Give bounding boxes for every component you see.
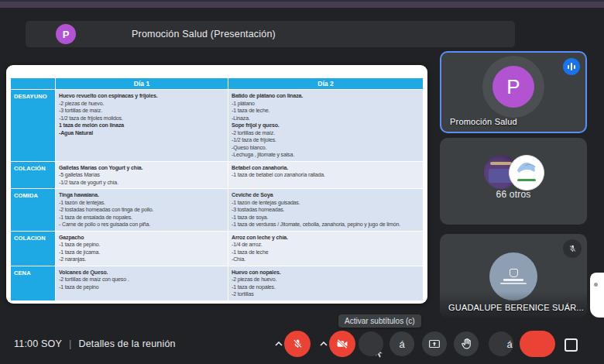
camera-off-button[interactable] xyxy=(329,331,355,357)
table-row: COLACIÓNGalletas Marías con Yogurt y chí… xyxy=(11,161,423,189)
table-header-row: Día 1 Día 2 xyxy=(11,78,423,89)
column-header-day1: Día 1 xyxy=(56,78,228,89)
meal-row-label: DESAYUNO xyxy=(11,90,56,161)
participant-tile-guadalupe[interactable]: GUADALUPE BERENICE SUÁR... xyxy=(440,234,587,318)
avatar-letter: P xyxy=(506,75,520,99)
meeting-info: 11:00 SOY | Detalles de la reunión xyxy=(14,338,176,349)
mic-mute-button[interactable] xyxy=(284,331,311,357)
table-row: DESAYUNOHuevo revuelto con espinacas y f… xyxy=(11,89,423,161)
participant-tile-promocion-salud[interactable]: P Promoción Salud xyxy=(440,51,587,133)
audio-activity-icon xyxy=(563,58,580,75)
meal-plan-table: Día 1 Día 2 DESAYUNOHuevo revuelto con e… xyxy=(11,78,423,300)
meal-row-label: COLACIÓN xyxy=(11,162,56,189)
meeting-details-link[interactable]: Detalles de la reunión xyxy=(78,338,175,349)
avatar: P xyxy=(482,56,544,118)
divider: | xyxy=(69,338,71,349)
column-header-day2: Día 2 xyxy=(228,78,423,89)
meet-window: P Promoción Salud (Presentación) Día 1 D… xyxy=(0,0,604,364)
meal-row-label: CENA xyxy=(11,266,56,300)
side-panel-edge[interactable] xyxy=(590,273,604,318)
meal-row-label: COMIDA xyxy=(11,189,56,231)
mic-options-chevron[interactable] xyxy=(274,340,283,348)
others-count-label: 66 otros xyxy=(440,189,587,200)
participant-tile-others[interactable]: 66 otros xyxy=(440,138,587,225)
camera-off-icon xyxy=(335,337,349,351)
avatar: P xyxy=(56,24,76,44)
page-title: Promoción Salud (Presentación) xyxy=(132,21,276,47)
more-options-button[interactable]: á xyxy=(489,331,513,356)
captions-icon: á xyxy=(399,338,404,350)
meal-cell-day1: Volcanes de Queso.-2 tortillas de maíz c… xyxy=(56,266,228,300)
present-screen-button[interactable] xyxy=(422,331,447,356)
table-row: COMIDATinga hawaiana.-1 tazón de lenteja… xyxy=(11,188,423,231)
meal-cell-day1: Huevo revuelto con espinacas y frijoles.… xyxy=(56,90,228,161)
raise-hand-icon xyxy=(460,337,473,351)
meal-cell-day1: Galletas Marías con Yogurt y chía.-5 gal… xyxy=(56,162,228,189)
presentation-slide: Día 1 Día 2 DESAYUNOHuevo revuelto con e… xyxy=(6,65,427,304)
table-row: CENAVolcanes de Queso.-2 tortillas de ma… xyxy=(11,266,423,300)
mic-muted-icon xyxy=(563,239,582,258)
raise-hand-button[interactable] xyxy=(454,331,479,356)
reactions-button[interactable] xyxy=(359,331,383,356)
meal-cell-day2: Batido de plátano con linaza.-1 plátano-… xyxy=(228,90,423,161)
layout-window-icon[interactable] xyxy=(565,338,578,352)
participant-name: Promoción Salud xyxy=(450,117,517,126)
mic-off-icon xyxy=(291,338,304,351)
browser-top-strip xyxy=(0,0,604,8)
camera-options-chevron[interactable] xyxy=(319,340,328,348)
table-row: COLACIONGazpacho-1 taza de pepino.-1 taz… xyxy=(11,231,423,266)
participant-name: GUADALUPE BERENICE SUÁR... xyxy=(448,303,584,312)
meal-cell-day2: Betabel con zanahoria.-1 taza de betabel… xyxy=(228,162,423,189)
meal-row-label: COLACION xyxy=(11,232,56,266)
more-options-icon: á xyxy=(506,338,512,350)
meal-cell-day2: Ceviche de Soya-1 tazón de lentejas guis… xyxy=(228,189,423,231)
avatar xyxy=(509,155,544,191)
avatar-letter: P xyxy=(63,29,70,40)
meal-cell-day1: Gazpacho-1 taza de pepino.-1 taza de jíc… xyxy=(56,232,228,266)
captions-tooltip: Activar subtítulos (c) xyxy=(338,314,421,328)
presentation-header-bar: P Promoción Salud (Presentación) xyxy=(26,21,515,47)
meal-cell-day2: Huevo con nopales.-2 piezas de huevo.-1 … xyxy=(228,266,423,300)
leave-call-button[interactable] xyxy=(520,331,555,357)
meal-cell-day2: Arroz con leche y chía.-1/4 de arroz.-1 … xyxy=(228,232,423,266)
meal-cell-day1: Tinga hawaiana.-1 tazón de lentejas.-2 t… xyxy=(56,189,228,231)
present-screen-icon xyxy=(427,337,441,351)
captions-button[interactable]: á xyxy=(390,331,414,356)
table-corner-cell xyxy=(11,78,56,89)
time-and-code-label: 11:00 SOY xyxy=(14,338,62,349)
